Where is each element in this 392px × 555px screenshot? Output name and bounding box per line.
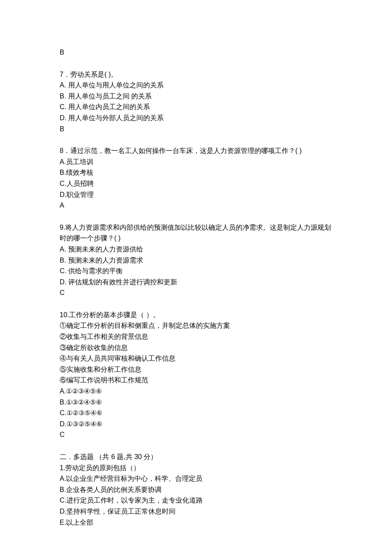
q10-step-4: ④与有关人员共同审核和确认工作信息: [60, 353, 332, 364]
q10-step-1: ①确定工作分析的目标和侧重点，并制定总体的实施方案: [60, 320, 332, 331]
q7-option-a: A. 用人单位与用人单位之间的关系: [60, 80, 332, 91]
q10-answer: C: [60, 429, 332, 440]
q10-option-b: B.①③②④⑤⑥: [60, 397, 332, 408]
q7-stem: 7．劳动关系是( )。: [60, 69, 332, 80]
q7-option-b: B. 用人单位与员工之间 的关系: [60, 91, 332, 102]
mq1-option-e: E.以上全部: [60, 517, 332, 528]
question-9: 9.将人力资源需求和内部供给的预测值加以比较以确定人员的净需求。这是制定人力源规…: [60, 222, 332, 298]
q8-option-d: D.职业管理: [60, 189, 332, 200]
q8-answer: A: [60, 200, 332, 211]
mq1-stem: 1.劳动定员的原则包括（）: [60, 462, 332, 474]
question-7: 7．劳动关系是( )。 A. 用人单位与用人单位之间的关系 B. 用人单位与员工…: [60, 69, 332, 135]
q10-option-d: D.①③②⑤④⑥: [60, 419, 332, 430]
q8-option-a: A.员工培训: [60, 156, 332, 168]
question-8: 8．通过示范，教一名工人如何操作一台车床，这是人力资源管理的哪项工作？( ) A…: [60, 145, 332, 211]
q9-stem-line1: 9.将人力资源需求和内部供给的预测值加以比较以确定人员的净需求。这是制定人力源规…: [60, 222, 332, 233]
q9-option-d: D. 评估规划的有效性并进行调控和更新: [60, 277, 332, 288]
mq1-option-d: D.坚持科学性，保证员工正常休息时间: [60, 506, 332, 517]
q10-step-5: ⑤实施收集和分析工作信息: [60, 364, 332, 375]
mq1-option-c: C.进行定员工作时，以专家为主，走专业化道路: [60, 495, 332, 506]
q9-option-c: C. 供给与需求的平衡: [60, 266, 332, 277]
orphan-answer: B: [60, 47, 332, 58]
orphan-answer-block: B: [60, 47, 332, 58]
q10-step-3: ③确定所欲收集的信息: [60, 342, 332, 353]
q8-stem: 8．通过示范，教一名工人如何操作一台车床，这是人力资源管理的哪项工作？( ): [60, 145, 332, 156]
q10-step-2: ②收集与工作相关的背景信息: [60, 331, 332, 342]
q7-option-d: D. 用人单位与外部人员之间的关系: [60, 113, 332, 124]
q9-option-b: B. 预测未来的人力资源需求: [60, 255, 332, 266]
q10-option-c: C.①②③⑤④⑥: [60, 408, 332, 419]
q9-option-a: A. 预测未来的人力资源供给: [60, 244, 332, 255]
q10-option-a: A.①②③④⑤⑥: [60, 386, 332, 397]
q10-stem: 10.工作分析的基本步骤是（ ）。: [60, 309, 332, 321]
q7-answer: B: [60, 124, 332, 135]
question-10: 10.工作分析的基本步骤是（ ）。 ①确定工作分析的目标和侧重点，并制定总体的实…: [60, 309, 332, 440]
section-2: 二．多选题 （共 6 题,共 30 分） 1.劳动定员的原则包括（） A.以企业…: [60, 451, 332, 528]
mq1-option-b: B.企业各类人员的比例关系要协调: [60, 484, 332, 495]
mq1-option-a: A.以企业生产经营目标为中心，科学、合理定员: [60, 473, 332, 484]
q8-option-b: B.绩效考核: [60, 167, 332, 178]
q9-answer: C: [60, 287, 332, 298]
q10-step-6: ⑥编写工作说明书和工作规范: [60, 375, 332, 386]
section-2-header: 二．多选题 （共 6 题,共 30 分）: [60, 451, 332, 462]
q7-option-c: C. 用人单位内员工之间的关系: [60, 101, 332, 113]
q9-stem-line2: 时的哪一个步骤？( ): [60, 233, 332, 244]
q8-option-c: C.人员招聘: [60, 178, 332, 189]
